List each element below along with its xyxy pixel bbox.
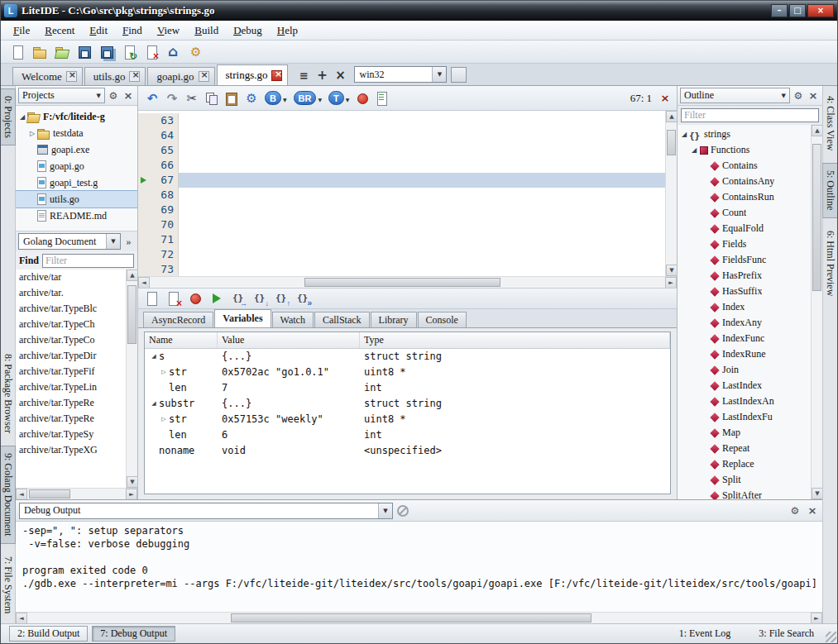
code-editor[interactable]: 63 } 64 [138, 111, 665, 276]
variable-row[interactable]: noname void <unspecified> [145, 443, 670, 459]
debug-toolbar-button[interactable] [272, 289, 290, 308]
scroll-down-icon[interactable]: ▼ [127, 476, 138, 488]
scroll-left-icon[interactable]: ◄ [16, 489, 27, 500]
toolbar-button[interactable] [97, 42, 117, 62]
outline-item[interactable]: ContainsRun [678, 189, 811, 205]
doc-list-item[interactable]: archive/tar.TypeCh [16, 317, 126, 332]
expander-icon[interactable] [689, 146, 699, 154]
dock-tab[interactable]: 4: Class View [822, 88, 838, 158]
doc-list-vscrollbar[interactable]: ▲ ▼ [126, 270, 137, 488]
projects-view-combobox[interactable]: Projects [18, 88, 105, 103]
tab-close-icon[interactable] [66, 71, 77, 82]
doc-list-item[interactable]: archive/tar.TypeDir [16, 348, 126, 364]
editor-tab[interactable]: Welcome [12, 67, 83, 85]
debug-tab[interactable]: Console [418, 312, 467, 327]
scroll-up-icon[interactable]: ▲ [666, 111, 678, 122]
status-panel-button[interactable]: 3: File Search [759, 627, 814, 640]
minimize-button[interactable]: – [771, 4, 788, 17]
toolbar-button[interactable] [7, 42, 27, 62]
doc-list-item[interactable]: archive/tar.TypeBlc [16, 301, 126, 317]
toolbar-button[interactable] [52, 42, 72, 62]
outline-item[interactable]: Join [678, 362, 811, 378]
close-tab-icon[interactable] [333, 68, 347, 83]
doc-filter-input[interactable] [42, 254, 134, 268]
editor-toolbar-button[interactable] [353, 89, 371, 107]
chevron-more-icon[interactable] [122, 234, 135, 249]
outline-filter-input[interactable] [681, 108, 819, 122]
debug-marker-gutter[interactable] [138, 217, 149, 232]
gear-icon[interactable] [792, 89, 805, 103]
editor-vscrollbar[interactable]: ▲ ▼ [665, 111, 677, 276]
debug-output-text[interactable]: -sep=", ": setup separators -v=false: ve… [16, 522, 822, 612]
expander-icon[interactable] [159, 412, 169, 427]
variable-row[interactable]: str 0x57153c "weekly" uint8 * [145, 412, 670, 427]
scroll-right-icon[interactable]: ► [126, 489, 137, 500]
close-panel-icon[interactable] [807, 89, 820, 103]
toolbar-button[interactable] [119, 42, 139, 62]
debug-tab[interactable]: Watch [272, 312, 314, 327]
outline-item[interactable]: FieldsFunc [678, 252, 811, 268]
close-window-button[interactable]: × [807, 4, 834, 17]
tab-close-icon[interactable] [199, 71, 209, 82]
menu-item[interactable]: Edit [82, 22, 115, 39]
toolbar-button[interactable] [141, 42, 161, 62]
doc-list-item[interactable]: archive/tar.TypeCo [16, 332, 126, 348]
new-tab-icon[interactable] [314, 68, 329, 83]
menu-item[interactable]: Recent [37, 22, 82, 39]
project-tree-item[interactable]: goapi.go [16, 158, 137, 174]
dock-tab[interactable]: 6: Html Preview [822, 223, 838, 303]
outline-item[interactable]: Contains [678, 158, 811, 174]
doc-list-item[interactable]: archive/tar.TypeLin [16, 379, 126, 395]
outline-item[interactable]: Replace [678, 456, 811, 472]
expander-icon[interactable] [679, 131, 689, 138]
dock-tab[interactable]: 7: File System [0, 549, 16, 621]
debug-marker-gutter[interactable] [138, 158, 149, 173]
tab-close-icon[interactable] [129, 71, 140, 82]
status-panel-button[interactable]: 1: Event Log [679, 627, 731, 640]
outline-item[interactable]: Functions [678, 142, 811, 158]
editor-toolbar-button[interactable] [183, 89, 201, 107]
file-list-menu-icon[interactable] [296, 68, 311, 83]
scroll-up-icon[interactable]: ▲ [127, 270, 138, 281]
debug-toolbar-button[interactable] [143, 289, 161, 308]
outline-vscrollbar[interactable]: ▲ ▼ [811, 125, 822, 499]
debug-tab[interactable]: Variables [214, 309, 271, 327]
expander-icon[interactable] [149, 396, 159, 412]
debug-marker-gutter[interactable] [138, 188, 149, 203]
scroll-left-icon[interactable]: ◄ [138, 277, 150, 289]
outline-item[interactable]: LastIndexAn [678, 394, 811, 409]
variable-row[interactable]: substr {...} struct string [145, 396, 670, 412]
status-panel-button[interactable]: 7: Debug Output [92, 626, 175, 642]
outline-item[interactable]: strings [678, 126, 811, 142]
column-header[interactable]: Name [145, 332, 218, 348]
maximize-button[interactable]: □ [789, 4, 806, 17]
editor-toolbar-button[interactable] [373, 89, 391, 107]
debug-marker-gutter[interactable] [138, 203, 149, 217]
editor-toolbar-button[interactable] [203, 89, 221, 107]
dock-tab[interactable]: 5: Outline [822, 163, 838, 217]
scroll-right-icon[interactable]: ► [811, 613, 822, 624]
menu-item[interactable]: File [6, 22, 37, 39]
build-action-button[interactable]: BR [291, 89, 325, 107]
output-selector-combobox[interactable]: Debug Output [19, 503, 393, 519]
status-panel-button[interactable]: 2: Build Output [9, 626, 88, 642]
gear-icon[interactable] [107, 89, 120, 103]
outline-item[interactable]: LastIndex [678, 378, 811, 394]
debug-toolbar-button[interactable] [208, 289, 226, 308]
debug-tab[interactable]: CallStack [314, 312, 370, 327]
outline-item[interactable]: Fields [678, 236, 811, 252]
build-action-button[interactable]: B [262, 89, 290, 107]
output-hscrollbar[interactable]: ◄ ► [16, 612, 822, 623]
project-tree-item[interactable]: goapi_test.g [16, 174, 137, 191]
menu-item[interactable]: Build [187, 22, 226, 39]
toolbar-button[interactable] [164, 42, 184, 62]
column-header[interactable]: Type [360, 332, 670, 348]
expander-icon[interactable] [159, 365, 169, 380]
stop-output-icon[interactable] [397, 505, 409, 517]
doc-list-item[interactable]: archive/tar.TypeRe [16, 395, 126, 411]
scroll-up-icon[interactable]: ▲ [812, 125, 823, 136]
dock-tab[interactable]: 8: Package Browser [0, 346, 16, 441]
project-tree-item[interactable]: F:/vfc/liteide-g [16, 108, 137, 125]
column-header[interactable]: Value [218, 332, 360, 348]
toolbar-button[interactable] [74, 42, 94, 62]
